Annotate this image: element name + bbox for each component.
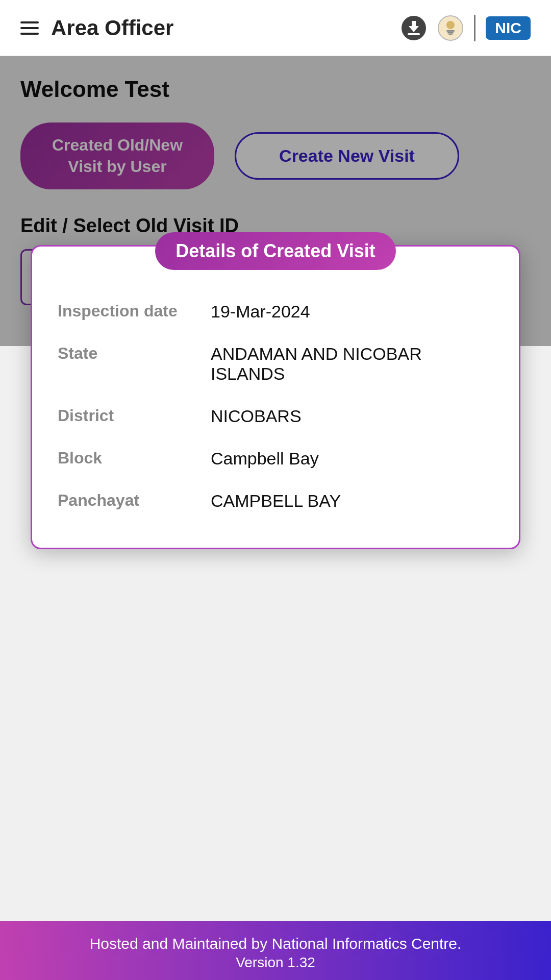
svg-point-5	[446, 21, 455, 29]
district-value: NICOBARS	[211, 406, 302, 426]
header: Area Officer NIC	[0, 0, 551, 56]
footer: Hosted and Maintained by National Inform…	[0, 921, 551, 980]
svg-rect-7	[447, 32, 454, 34]
main-content: Welcome Test Created Old/New Visit by Us…	[0, 56, 551, 346]
header-right: NIC	[400, 15, 531, 41]
inspection-date-value: 19-Mar-2024	[211, 302, 310, 322]
inspection-date-label: Inspection date	[58, 302, 211, 321]
modal-title: Details of Created Visit	[155, 232, 395, 270]
modal-row-inspection-date: Inspection date 19-Mar-2024	[32, 290, 519, 333]
emblem-icon	[437, 15, 464, 41]
header-divider	[474, 15, 475, 41]
modal-title-wrapper: Details of Created Visit	[32, 232, 519, 270]
block-label: Block	[58, 449, 211, 468]
modal-card: Details of Created Visit Inspection date…	[31, 245, 520, 549]
app-title: Area Officer	[51, 16, 173, 40]
svg-rect-2	[412, 21, 416, 28]
panchayat-label: Panchayat	[58, 491, 211, 510]
block-value: Campbell Bay	[211, 449, 319, 469]
modal-row-block: Block Campbell Bay	[32, 437, 519, 480]
footer-line1: Hosted and Maintained by National Inform…	[10, 935, 541, 952]
nic-badge: NIC	[486, 16, 531, 40]
svg-rect-6	[446, 30, 455, 32]
download-icon[interactable]	[400, 15, 427, 41]
district-label: District	[58, 406, 211, 425]
modal-row-district: District NICOBARS	[32, 395, 519, 437]
svg-rect-8	[448, 34, 453, 35]
footer-line2: Version 1.32	[10, 954, 541, 971]
modal-row-state: State ANDAMAN AND NICOBAR ISLANDS	[32, 333, 519, 395]
hamburger-menu[interactable]	[20, 21, 39, 35]
svg-rect-3	[408, 33, 420, 35]
state-label: State	[58, 344, 211, 363]
panchayat-value: CAMPBELL BAY	[211, 491, 341, 511]
state-value: ANDAMAN AND NICOBAR ISLANDS	[211, 344, 493, 384]
header-left: Area Officer	[20, 16, 173, 40]
modal-row-panchayat: Panchayat CAMPBELL BAY	[32, 480, 519, 522]
